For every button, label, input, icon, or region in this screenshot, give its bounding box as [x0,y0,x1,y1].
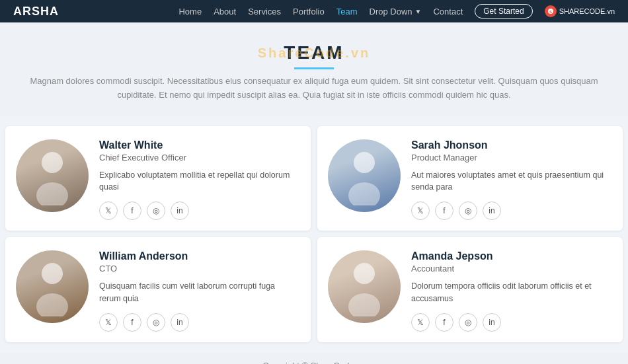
nav-contact[interactable]: Contact [433,7,463,17]
team-card: William Anderson CTO Quisquam facilis cu… [5,237,311,342]
team-grid: Walter White Chief Executive Officer Exp… [0,116,628,353]
linkedin-icon[interactable]: in [171,313,189,332]
svg-point-6 [42,263,63,284]
member-desc: Aut maiores voluptates amet et quis prae… [411,169,609,194]
team-card: Sarah Jhonson Product Manager Aut maiore… [317,126,623,231]
linkedin-icon[interactable]: in [483,201,501,220]
facebook-icon[interactable]: f [123,313,141,332]
member-role: CTO [99,264,297,273]
member-name: Sarah Jhonson [411,139,609,151]
badge-icon: S [545,5,557,17]
nav-portfolio[interactable]: Portfolio [293,7,325,17]
avatar [328,250,401,323]
instagram-icon[interactable]: ◎ [147,313,165,332]
nav-links: Home About Services Portfolio Team Drop … [178,4,615,18]
svg-point-8 [354,263,375,284]
twitter-icon[interactable]: 𝕏 [99,313,118,332]
member-name: Amanda Jepson [411,250,609,262]
member-name: Walter White [99,139,297,151]
svg-point-2 [42,152,63,173]
nav-dropdown[interactable]: Drop Down ▼ [370,7,422,17]
card-info: William Anderson CTO Quisquam facilis cu… [99,250,297,332]
section-title: TEAM ShareCode.vn [284,42,344,63]
linkedin-icon[interactable]: in [171,201,189,220]
facebook-icon[interactable]: f [435,201,453,220]
svg-point-7 [36,293,68,316]
facebook-icon[interactable]: f [123,201,141,220]
team-card: Walter White Chief Executive Officer Exp… [5,126,311,231]
twitter-icon[interactable]: 𝕏 [411,201,430,220]
svg-text:S: S [549,10,552,14]
member-name: William Anderson [99,250,297,262]
twitter-icon[interactable]: 𝕏 [99,201,118,220]
svg-point-9 [348,293,380,316]
nav-home[interactable]: Home [178,7,202,17]
hero-section: TEAM ShareCode.vn Magnam dolores commodi… [0,22,628,116]
avatar [16,139,89,212]
card-info: Walter White Chief Executive Officer Exp… [99,139,297,221]
sharecode-label: SHARECODE.vn [559,7,615,15]
get-started-button[interactable]: Get Started [475,4,532,18]
card-info: Sarah Jhonson Product Manager Aut maiore… [411,139,609,221]
twitter-icon[interactable]: 𝕏 [411,313,430,332]
facebook-icon[interactable]: f [435,313,453,332]
member-desc: Explicabo voluptatem mollitia et repella… [99,169,297,194]
svg-point-5 [348,182,380,205]
nav-team[interactable]: Team [336,7,358,17]
hero-description: Magnam dolores commodi suscipit. Necessi… [17,75,611,102]
instagram-icon[interactable]: ◎ [147,201,165,220]
avatar [328,139,401,212]
svg-point-4 [354,152,375,173]
member-desc: Dolorum tempora officiis odit laborum of… [411,280,609,305]
social-icons: 𝕏 f ◎ in [411,313,609,332]
sharecode-badge: S SHARECODE.vn [545,5,615,17]
social-icons: 𝕏 f ◎ in [99,201,297,220]
nav-logo: ARSHA [13,5,59,18]
team-card: Amanda Jepson Accountant Dolorum tempora… [317,237,623,342]
member-role: Chief Executive Officer [99,153,297,163]
member-role: Accountant [411,264,609,273]
nav-services[interactable]: Services [248,7,281,17]
social-icons: 𝕏 f ◎ in [99,313,297,332]
social-icons: 𝕏 f ◎ in [411,201,609,220]
avatar [16,250,89,323]
title-underline [294,67,334,69]
navbar: ARSHA Home About Services Portfolio Team… [0,0,628,22]
svg-point-3 [36,182,68,205]
footer: Copyright © ShareCode.vn [0,353,628,364]
member-role: Product Manager [411,153,609,163]
footer-text: Copyright © ShareCode.vn [262,361,366,364]
instagram-icon[interactable]: ◎ [459,313,477,332]
nav-about[interactable]: About [214,7,236,17]
instagram-icon[interactable]: ◎ [459,201,477,220]
member-desc: Quisquam facilis cum velit laborum corru… [99,280,297,305]
card-info: Amanda Jepson Accountant Dolorum tempora… [411,250,609,332]
linkedin-icon[interactable]: in [483,313,501,332]
